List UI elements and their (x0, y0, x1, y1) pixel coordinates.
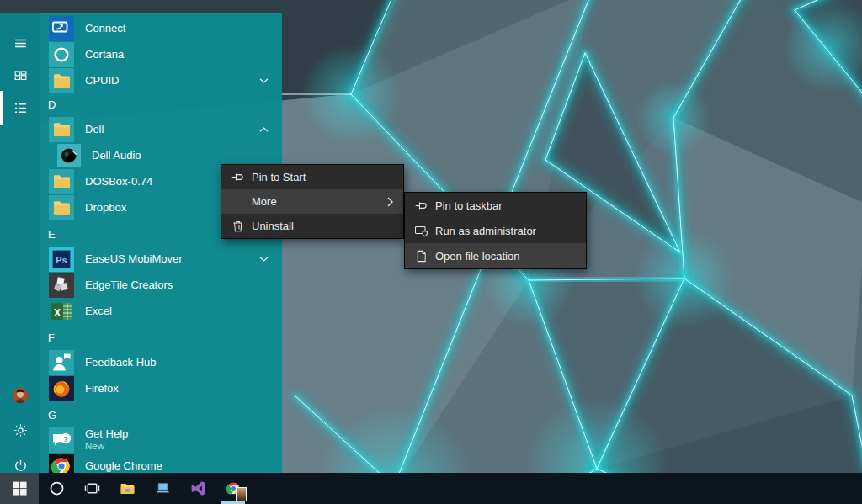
chevron-up-icon[interactable] (259, 126, 269, 132)
rail-user-button[interactable] (0, 380, 40, 411)
app-item-label: Firefox (85, 382, 119, 395)
app-item-label: Dell Audio (92, 149, 141, 162)
get-help-icon: ? (49, 427, 74, 453)
svg-text:Ps: Ps (56, 254, 67, 264)
rail-menu-button[interactable] (0, 28, 40, 58)
taskbar-task-view-button[interactable] (74, 473, 109, 504)
app-item-label: EdgeTile Creators (85, 279, 173, 291)
power-icon (13, 458, 29, 474)
app-item-easeus-mobimover[interactable]: PsEaseUS MobiMover (40, 246, 282, 272)
app-item-label: Cortana (85, 48, 124, 61)
windows-start-icon (11, 480, 29, 497)
firefox-icon (49, 376, 74, 401)
app-item-dell[interactable]: Dell (40, 116, 282, 142)
section-header-f[interactable]: F (40, 324, 282, 349)
trash-icon (231, 219, 245, 233)
excel-icon: X (49, 299, 74, 324)
hamburger-icon (13, 35, 29, 51)
app-item-firefox[interactable]: Firefox (40, 375, 282, 401)
app-item-label: DOSBox-0.74 (85, 175, 152, 188)
menu-item-label: More (252, 195, 277, 208)
folder-icon (49, 169, 74, 194)
explorer-folder-icon (119, 480, 136, 497)
menu-item-label: Run as administrator (435, 225, 536, 237)
photo-thumbnail (236, 487, 247, 501)
start-menu-rail (0, 13, 40, 473)
pin-icon (414, 199, 428, 213)
chevron-down-icon[interactable] (259, 256, 269, 262)
section-header-g[interactable]: G (40, 401, 282, 427)
app-item-label: CPUID (85, 74, 119, 87)
section-header-label: E (48, 228, 56, 241)
app-item-get-help[interactable]: ?Get HelpNew (40, 427, 282, 453)
start-menu-app-list: ConnectCortanaCPUIDDDellDell AudioDOSBox… (40, 13, 282, 473)
folder-icon (49, 117, 74, 142)
pin-icon (231, 170, 245, 184)
context-item-more[interactable]: More (221, 189, 403, 214)
chevron-right-icon (387, 197, 394, 207)
section-header-d[interactable]: D (40, 93, 282, 116)
taskbar-visual-studio-button[interactable] (180, 473, 216, 504)
run-admin-icon (414, 224, 428, 238)
app-item-google-chrome[interactable]: Google Chrome (40, 453, 282, 473)
cortana-icon (49, 42, 74, 67)
user-avatar-icon (11, 386, 29, 405)
app-item-label: Dropbox (85, 201, 126, 214)
svg-text:X: X (54, 306, 61, 318)
app-item-feedback-hub[interactable]: Feedback Hub (40, 349, 282, 375)
app-item-label: Google Chrome (85, 459, 162, 472)
edgetile-icon (49, 273, 74, 298)
visual-studio-icon (189, 480, 207, 497)
app-item-edgetile-creators[interactable]: EdgeTile Creators (40, 272, 282, 298)
submenu-item-pin-to-taskbar[interactable]: Pin to taskbar (405, 193, 586, 218)
chrome-icon (49, 454, 74, 474)
rail-all-apps-button[interactable] (0, 93, 40, 123)
all-apps-icon (13, 100, 29, 116)
taskbar (0, 473, 862, 504)
context-item-pin-to-start[interactable]: Pin to Start (221, 165, 403, 189)
menu-item-label: Pin to Start (252, 171, 306, 183)
submenu-item-run-as-administrator[interactable]: Run as administrator (405, 218, 586, 243)
menu-item-label: Uninstall (252, 220, 294, 232)
taskbar-search-cortana-button[interactable] (39, 473, 74, 504)
taskbar-google-chrome-button[interactable] (216, 473, 251, 504)
easeus-icon: Ps (49, 247, 74, 272)
connect-icon (49, 16, 74, 41)
gear-icon (13, 422, 29, 438)
document-icon (414, 249, 428, 263)
context-menu: Pin to StartMoreUninstall (221, 164, 404, 239)
section-header-label: G (48, 409, 56, 422)
rail-settings-button[interactable] (0, 415, 40, 445)
folder-icon (49, 68, 74, 93)
app-item-cortana[interactable]: Cortana (40, 41, 282, 67)
desktop: ConnectCortanaCPUIDDDellDell AudioDOSBox… (0, 0, 862, 504)
dell-audio-icon (57, 144, 81, 167)
app-item-label: Connect (85, 22, 125, 34)
feedback-hub-icon (49, 350, 74, 375)
section-header-label: F (48, 332, 55, 344)
task-view-icon (83, 480, 101, 497)
app-item-label: EaseUS MobiMover (85, 252, 183, 265)
folder-icon (49, 195, 74, 220)
selection-indicator (0, 91, 3, 125)
section-header-label: D (48, 98, 56, 111)
menu-item-label: Open file location (435, 250, 519, 263)
app-item-cpuid[interactable]: CPUID (40, 67, 282, 93)
context-submenu: Pin to taskbarRun as administratorOpen f… (404, 192, 587, 269)
menu-item-label: Pin to taskbar (435, 199, 503, 212)
rail-pinned-tiles-button[interactable] (0, 61, 40, 91)
taskbar-laptop-app-button[interactable] (145, 473, 180, 504)
taskbar-start-button[interactable] (0, 473, 39, 504)
context-item-uninstall[interactable]: Uninstall (221, 214, 403, 238)
app-item-label: Feedback Hub (85, 356, 157, 369)
taskbar-file-explorer-button[interactable] (109, 473, 145, 504)
svg-text:?: ? (63, 433, 68, 443)
start-menu: ConnectCortanaCPUIDDDellDell AudioDOSBox… (0, 13, 282, 473)
tiles-icon (13, 68, 29, 84)
app-item-connect[interactable]: Connect (40, 15, 282, 41)
submenu-item-open-file-location[interactable]: Open file location (405, 243, 586, 268)
app-item-excel[interactable]: XExcel (40, 298, 282, 324)
laptop-icon (154, 480, 172, 497)
chevron-down-icon[interactable] (259, 77, 269, 83)
app-item-label: Dell (85, 123, 104, 135)
